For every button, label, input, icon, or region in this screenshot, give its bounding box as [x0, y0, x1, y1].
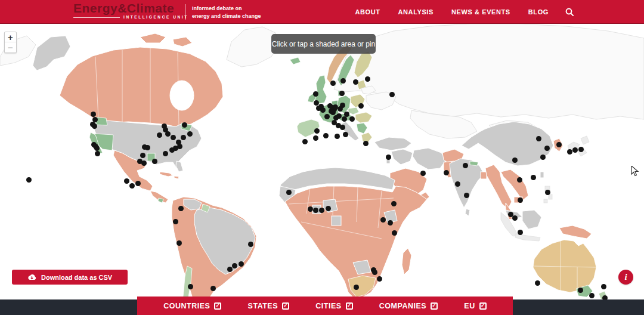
map-pin[interactable] [578, 147, 584, 152]
map-pin[interactable] [330, 110, 336, 115]
filter-countries-checkbox[interactable]: ✓ [214, 302, 221, 310]
map-pin[interactable] [517, 177, 522, 183]
map-pin[interactable] [326, 206, 331, 211]
map-pin[interactable] [177, 240, 182, 246]
map-pin[interactable] [512, 158, 518, 163]
map-pin[interactable] [173, 219, 178, 224]
filter-eu[interactable]: EU ✓ [464, 302, 486, 310]
map-pin[interactable] [342, 116, 347, 122]
map-region-south-asia[interactable] [450, 159, 528, 220]
map-pin[interactable] [129, 183, 135, 189]
map-pin[interactable] [544, 146, 550, 151]
map-pin[interactable] [444, 170, 449, 175]
map-pin[interactable] [157, 132, 162, 138]
map-pin[interactable] [518, 197, 523, 203]
map-pin[interactable] [248, 242, 253, 247]
map-pin[interactable] [349, 116, 355, 122]
filter-companies-checkbox[interactable]: ✓ [431, 302, 438, 310]
download-csv-button[interactable]: Download data as CSV [12, 270, 128, 285]
map-pin[interactable] [455, 181, 460, 187]
map-pin[interactable] [338, 106, 343, 112]
map-pin[interactable] [531, 175, 536, 180]
map-pin[interactable] [512, 215, 518, 221]
map-pin[interactable] [95, 151, 100, 156]
map-pin[interactable] [601, 284, 606, 289]
map-pin[interactable] [26, 177, 32, 183]
nav-blog[interactable]: BLOG [528, 8, 549, 16]
map-pin[interactable] [380, 217, 386, 223]
map-pin[interactable] [335, 134, 340, 139]
map-pin[interactable] [324, 114, 330, 119]
map-pin[interactable] [589, 293, 595, 298]
map-pin[interactable] [152, 159, 157, 164]
nav-about[interactable]: ABOUT [355, 8, 380, 16]
map-pin[interactable] [163, 151, 168, 156]
filter-eu-checkbox[interactable]: ✓ [479, 302, 487, 310]
map-pin[interactable] [145, 145, 150, 150]
map-pin[interactable] [169, 147, 175, 153]
map-pin[interactable] [182, 122, 187, 128]
map-pin[interactable] [178, 206, 184, 211]
info-button[interactable]: i [618, 270, 633, 285]
map-pin[interactable] [308, 206, 313, 212]
search-icon[interactable] [565, 0, 574, 24]
map-pin[interactable] [286, 190, 292, 195]
map-pin[interactable] [578, 288, 583, 293]
map-pin[interactable] [181, 135, 186, 140]
map-pin[interactable] [94, 146, 100, 151]
map-pin[interactable] [391, 201, 397, 206]
map-pin[interactable] [91, 112, 96, 117]
nav-analysis[interactable]: ANALYSIS [398, 8, 434, 16]
map-pin[interactable] [389, 92, 395, 97]
map-pin[interactable] [392, 230, 397, 236]
filter-states-checkbox[interactable]: ✓ [282, 302, 289, 310]
map-region-east-asia[interactable] [462, 122, 592, 241]
map-pin[interactable] [372, 270, 377, 275]
map-pin[interactable] [140, 153, 145, 158]
map-pin[interactable] [313, 135, 318, 141]
map-pin[interactable] [420, 171, 426, 176]
map-pin[interactable] [339, 91, 345, 96]
map-pin[interactable] [386, 155, 391, 160]
map-pin[interactable] [343, 132, 348, 137]
map-pin[interactable] [171, 135, 176, 140]
map-region-oceania[interactable] [533, 240, 607, 307]
map-pin[interactable] [188, 284, 193, 289]
filter-cities-checkbox[interactable]: ✓ [346, 302, 353, 310]
zoom-out-button[interactable]: − [5, 42, 16, 52]
map-pin[interactable] [232, 263, 237, 268]
nav-news-events[interactable]: NEWS & EVENTS [451, 8, 510, 16]
map-pin[interactable] [464, 193, 469, 198]
map-pin[interactable] [320, 107, 326, 113]
map-pin[interactable] [319, 208, 324, 213]
map-pin[interactable] [124, 178, 129, 184]
map-pin[interactable] [377, 276, 382, 282]
map-pin[interactable] [313, 91, 318, 97]
map-pin[interactable] [92, 123, 97, 129]
map-pin[interactable] [540, 155, 546, 160]
filter-countries[interactable]: COUNTRIES ✓ [163, 302, 221, 310]
map-pin[interactable] [227, 267, 233, 272]
map-pin[interactable] [358, 103, 364, 109]
filter-companies[interactable]: COMPANIES ✓ [379, 302, 438, 310]
map-pin[interactable] [536, 136, 541, 141]
filter-cities[interactable]: CITIES ✓ [315, 302, 352, 310]
map-pin[interactable] [314, 128, 320, 134]
map-pin[interactable] [354, 285, 359, 290]
map-pin[interactable] [210, 286, 216, 291]
map-pin[interactable] [330, 81, 336, 86]
map-region-north-america[interactable] [33, 27, 279, 203]
map-pin[interactable] [518, 230, 523, 235]
filter-states[interactable]: STATES ✓ [248, 302, 289, 310]
map-pin[interactable] [556, 142, 562, 147]
map-pin[interactable] [340, 125, 345, 130]
map-pin[interactable] [363, 141, 369, 146]
map-pin[interactable] [239, 261, 244, 267]
map-pin[interactable] [323, 133, 329, 138]
map-pin[interactable] [187, 131, 193, 137]
map-pin[interactable] [135, 181, 141, 186]
map-pin[interactable] [463, 163, 468, 168]
map-pin[interactable] [365, 76, 370, 82]
map-pin[interactable] [353, 79, 358, 85]
map-pin[interactable] [141, 160, 147, 166]
